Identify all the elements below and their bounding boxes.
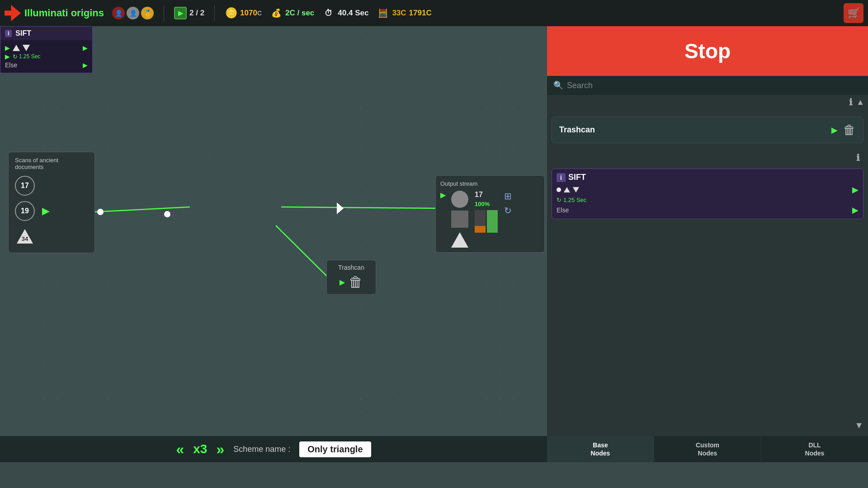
stage-icon: ▶ [174,7,187,19]
sift-panel-else-row: Else ▶ [557,205,859,215]
sift-tri-down [23,45,30,51]
search-bar: 🔍 [547,76,868,95]
scans-output-arrow: ▶ [42,205,50,217]
sift-panel-header: i SIFT [557,173,859,182]
medal-red: 👤 [112,7,125,19]
sift-panel-timer: ↻ 1.25 Sec [557,197,859,203]
sift-body: ▶ ▶ ▶ ↻ 1.25 Sec Else ▶ [0,40,92,73]
sift-input-arrow: ▶ [5,44,10,52]
trashcan-canvas-title: Trashcan [331,264,371,271]
sift-node-panel[interactable]: i SIFT ▶ ↻ 1.25 Sec Else ▶ [552,169,863,219]
sift-tri-up [13,45,20,51]
panel-content: Trashcan ▶ 🗑 ℹ i SIFT ▶ ↻ [547,109,868,462]
scroll-down-btn[interactable]: ▼ [854,420,863,431]
svg-point-2 [97,209,104,215]
timer-value: 40.4 Sec [338,9,368,18]
trashcan-trash-icon: 🗑 [349,274,363,291]
svg-line-0 [95,207,190,212]
out-percent: 100% [475,201,498,207]
logo-area: Illuminati origins [5,5,104,21]
sift-dot-1 [557,188,561,192]
sift-timer-text: ↻ 1.25 Sec [13,53,40,60]
sift-tri-up-panel [564,187,570,192]
sift-timer-row: ▶ ↻ 1.25 Sec [5,53,88,60]
out-square [451,211,468,228]
coins-stat: 🪙 1070C [225,7,262,19]
out-refresh-icon: ↻ [504,205,512,216]
svg-line-5 [276,225,332,282]
trashcan-card[interactable]: Trashcan ▶ 🗑 [552,117,863,143]
sift-panel-title: SIFT [568,173,859,182]
sift-else-arrow: ▶ [83,61,88,69]
sift-timer-arrow: ▶ [5,53,10,60]
trashcan-play-icon: ▶ [340,278,345,286]
item-19: 19 [15,201,35,221]
search-input[interactable] [567,81,862,90]
scroll-up-btn[interactable]: ▲ [856,98,864,107]
tab-dll-sub: Nodes [805,450,825,457]
chevron-left-btn[interactable]: « [176,441,184,458]
sift-panel-timer-icon: ↻ [557,197,561,203]
multiplier-value: x3 [193,442,207,456]
scheme-label: Scheme name : [233,445,290,454]
sift-else-row: Else ▶ [5,61,88,69]
cart-button[interactable]: 🛒 [844,3,863,23]
income-icon: 💰 [270,7,283,19]
scans-node[interactable]: Scans of ancient documents 17 19 34 ▶ [8,152,95,253]
tab-dll-nodes[interactable]: DLL Nodes [761,436,868,462]
topbar-right: 🛒 [844,3,863,23]
info-icon-2[interactable]: ℹ [856,152,860,163]
svg-line-3 [281,207,442,208]
out-count: 17 [475,191,498,199]
sift-panel-output-arrow: ▶ [852,185,859,195]
tab-base-sub: Nodes [591,450,610,457]
timer-icon: ⏱ [322,7,335,19]
trashcan-canvas-row: ▶ 🗑 [331,274,371,291]
medal-gray: 👤 [127,7,139,19]
svg-point-1 [164,211,170,217]
output-shapes [451,191,468,248]
tab-base-label: Base [593,441,608,449]
sift-tri-down-panel [573,187,579,192]
sift-panel-else-arrow: ▶ [852,205,859,215]
scans-title: Scans of ancient documents [15,157,88,170]
income-stat: 💰 2C / sec [270,7,314,19]
chevron-right-btn[interactable]: » [216,441,224,458]
item-triangle: 34 [15,226,35,246]
svg-marker-4 [337,202,344,214]
sep1 [164,5,164,21]
out-tri [451,232,468,248]
tab-dll-label: DLL [808,441,821,449]
sift-node-canvas[interactable]: i SIFT ▶ ▶ ▶ ↻ 1.25 Sec Else [0,26,93,73]
stop-button[interactable]: Stop [547,26,868,76]
tab-custom-nodes[interactable]: Custom Nodes [654,436,761,462]
right-panel: Stop 🔍 ℹ ▲ Trashcan ▶ 🗑 ℹ i SIFT [547,26,868,462]
calc-stat: 🧮 33C 1791C [377,7,431,19]
output-node[interactable]: Output stream ▶ 17 100% [435,175,545,253]
coin-icon: 🪙 [225,7,237,19]
search-icon: 🔍 [553,80,563,90]
tab-custom-sub: Nodes [698,450,717,457]
output-title: Output stream [440,180,540,187]
sift-panel-connectors: ▶ [557,185,859,195]
out-circle [451,191,468,208]
stage-stat: ▶ 2 / 2 [174,7,204,19]
bottom-bar: « x3 » Scheme name : Only triangle [0,436,547,462]
timer-stat: ⏱ 40.4 Sec [322,7,368,19]
sift-i-badge: i [5,30,12,37]
scheme-name-box[interactable]: Only triangle [299,441,371,457]
item-17: 17 [15,176,35,196]
tab-custom-label: Custom [696,441,719,449]
sift-panel-i-badge: i [557,173,566,182]
trashcan-node-canvas[interactable]: Trashcan ▶ 🗑 [326,260,376,295]
bottom-tabs: Base Nodes Custom Nodes DLL Nodes [547,436,868,462]
sift-node-title: SIFT [15,29,31,38]
info-icon[interactable]: ℹ [849,97,853,108]
trashcan-card-play[interactable]: ▶ [831,125,838,135]
sep2 [214,5,215,21]
trashcan-card-title: Trashcan [559,125,826,135]
income-value: 2C / sec [285,9,314,18]
tab-base-nodes[interactable]: Base Nodes [547,436,654,462]
out-layers-icon: ⊞ [504,191,512,202]
final-value: 1791C [409,9,432,18]
